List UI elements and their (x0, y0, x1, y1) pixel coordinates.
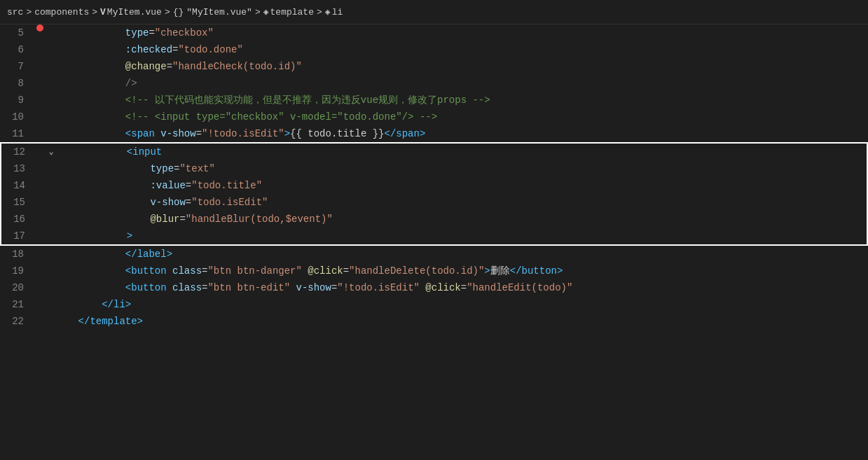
breadcrumb-sep2: > (92, 7, 97, 18)
template-icon: ◈ (263, 6, 269, 18)
breadcrumb-sep4: > (255, 7, 261, 18)
breadcrumb-myitem-vue: MyItem.vue (107, 7, 162, 18)
table-row: 10 <!-- <input type="checkbox" v-model="… (0, 109, 868, 125)
table-row: 12⌄ <input (1, 144, 867, 160)
table-row: 11 <span v-show="!todo.isEdit">{{ todo.t… (0, 125, 868, 142)
table-row: 8 /> (0, 75, 868, 92)
breadcrumb-li: li (332, 7, 343, 18)
code-lines: 5 type="checkbox"6 :checked="todo.done"7… (0, 25, 868, 142)
breadcrumb-src: src (7, 7, 23, 18)
breadcrumb: src > components > V MyItem.vue > {} "My… (0, 0, 868, 25)
code-editor: 5 type="checkbox"6 :checked="todo.done"7… (0, 25, 868, 460)
highlight-block: 12⌄ <input13 type="text"14 :value="todo.… (0, 142, 868, 246)
table-row: 6 :checked="todo.done" (0, 41, 868, 58)
table-row: 13 type="text" (1, 160, 867, 177)
table-row: 5 type="checkbox" (0, 25, 868, 41)
table-row: 15 v-show="todo.isEdit" (1, 194, 867, 211)
li-icon: ◈ (325, 6, 331, 18)
table-row: 18 </label> (0, 246, 868, 263)
bottom-lines: 18 </label>19 <button class="btn btn-dan… (0, 246, 868, 330)
breakpoint-dot (36, 25, 43, 32)
obj-icon: {} (173, 7, 184, 18)
breadcrumb-myitem-vue2: "MyItem.vue" (186, 7, 252, 18)
table-row: 14 :value="todo.title" (1, 177, 867, 194)
table-row: 17 > (1, 228, 867, 244)
table-row: 16 @blur="handleBlur(todo,$event)" (1, 211, 867, 228)
table-row: 19 <button class="btn btn-danger" @click… (0, 263, 868, 279)
breadcrumb-sep1: > (26, 7, 32, 18)
breadcrumb-sep3: > (165, 7, 170, 18)
table-row: 22 </template> (0, 313, 868, 330)
table-row: 20 <button class="btn btn-edit" v-show="… (0, 279, 868, 296)
vue-icon: V (100, 7, 106, 18)
fold-arrow[interactable]: ⌄ (48, 144, 53, 160)
table-row: 7 @change="handleCheck(todo.id)" (0, 58, 868, 75)
breadcrumb-sep5: > (317, 7, 322, 18)
breadcrumb-template: template (270, 7, 314, 18)
table-row: 9 <!-- 以下代码也能实现功能，但是不推荐，因为违反vue规则，修改了pro… (0, 92, 868, 109)
breadcrumb-components: components (34, 7, 89, 18)
table-row: 21 </li> (0, 296, 868, 313)
